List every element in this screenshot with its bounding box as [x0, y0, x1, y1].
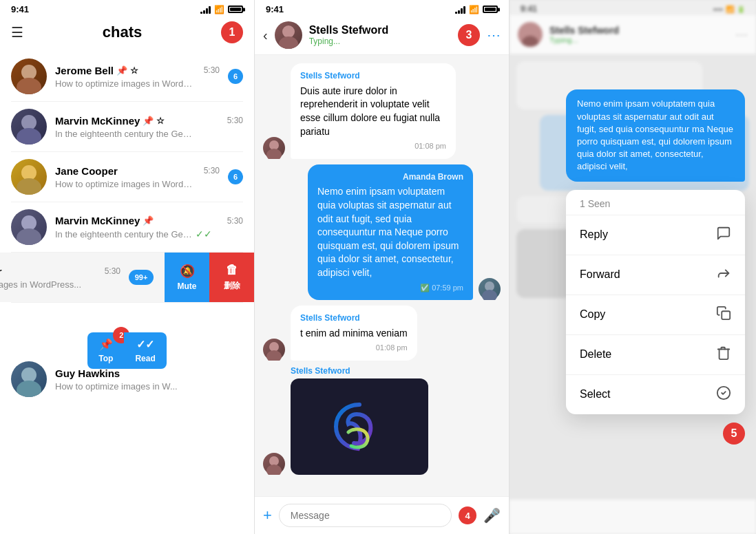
- seen-count: 1 Seen: [566, 190, 745, 215]
- left-panel: 9:41 📶 ☰ chats 1: [0, 0, 255, 534]
- msg-avatar-stells-1: [263, 137, 285, 159]
- message-row-3: Stells Stefword t enim ad minima veniam …: [263, 306, 501, 361]
- chat-header: ‹ Stells Stefword Typing... 3 ⋯: [255, 16, 509, 55]
- chat-preview-jane: How to optimize images in WordPress for.…: [55, 179, 193, 189]
- delete-button[interactable]: 🗑 删除: [209, 253, 254, 302]
- svg-point-0: [21, 65, 36, 80]
- status-icons-left: 📶: [200, 4, 243, 14]
- chat-info-guy: Guy Hawkins How to optimize images in W.…: [55, 367, 243, 392]
- star-icon-marvin1: ☆: [156, 116, 165, 126]
- svg-point-4: [21, 165, 36, 180]
- svg-point-11: [17, 381, 41, 397]
- mute-button[interactable]: 🔕 Mute: [165, 253, 209, 302]
- received-bubble-2: Stells Stefword t enim ad minima veniam …: [291, 306, 417, 361]
- chat-info-jane: Jane Cooper 5:30 How to optimize images …: [55, 165, 220, 189]
- pin-icon-marvin1: 📌: [143, 116, 154, 126]
- status-icons-middle: 📶: [455, 4, 498, 14]
- message-bubble-1: Stells Stefword Duis aute irure dolor in…: [291, 63, 456, 159]
- svg-point-12: [282, 25, 295, 38]
- avatar-marvin2: [11, 209, 47, 245]
- unread-badge-jerome: 6: [228, 69, 243, 84]
- chat-time-jerome: 5:30: [204, 65, 220, 75]
- read-icon: ✓✓: [136, 338, 154, 351]
- chat-preview-jerome: How to optimize images in WordPress for.…: [55, 78, 193, 89]
- right-panel: 9:41 ▪▪▪▪ 📶 🔋 Stells Stefword Typing... …: [510, 0, 756, 534]
- avatar-marvin1: [11, 109, 47, 145]
- badge-5-container: 5: [510, 423, 750, 445]
- unread-badge-cooper: 99+: [129, 270, 154, 285]
- received-bubble-1: Stells Stefword Duis aute irure dolor in…: [291, 63, 456, 159]
- chat-item-marvin1[interactable]: Marvin McKinney 📌 ☆ 5:30 In the eighteen…: [0, 102, 254, 151]
- message-input[interactable]: [279, 504, 452, 527]
- msg-avatar-amanda: [479, 278, 501, 300]
- pin-icon-marvin2: 📌: [143, 215, 154, 226]
- chat-preview-guy: How to optimize images in W...: [55, 381, 193, 392]
- select-icon: [716, 385, 731, 404]
- badge-3: 3: [458, 24, 480, 46]
- context-menu-select[interactable]: Select: [566, 375, 745, 414]
- floating-actions: 📌 Top 2 ✓✓ Read: [0, 332, 254, 369]
- pin-icon-jerome: 📌: [116, 65, 127, 76]
- more-options-icon[interactable]: ⋯: [487, 27, 501, 43]
- svg-point-21: [266, 464, 282, 475]
- chat-input-area: + 4 🎤: [255, 496, 509, 534]
- chat-item-jane[interactable]: Jane Cooper 5:30 How to optimize images …: [0, 152, 254, 202]
- msg-time-1: 01:08 pm: [300, 141, 446, 151]
- svg-point-14: [269, 140, 279, 150]
- msg-sender-1: Stells Stefword: [300, 70, 446, 82]
- status-time-left: 9:41: [11, 4, 29, 14]
- svg-point-17: [482, 290, 497, 300]
- chats-header: ☰ chats 1: [0, 16, 254, 52]
- add-attachment-button[interactable]: +: [263, 506, 272, 524]
- copy-icon: [716, 306, 731, 324]
- context-menu-reply[interactable]: Reply: [566, 215, 745, 255]
- context-menu: 1 Seen Reply Forward: [566, 190, 745, 414]
- msg-text-3: t enim ad minima veniam: [300, 327, 408, 341]
- svg-point-15: [266, 149, 282, 159]
- forward-icon: [716, 266, 731, 284]
- contact-avatar: [275, 21, 302, 49]
- svg-point-13: [279, 36, 298, 49]
- msg-avatar-stells-3: [263, 453, 285, 475]
- avatar-jane: [11, 159, 47, 195]
- avatar-jerome: [11, 58, 47, 94]
- image-message-wrapper: Stells Stefword: [291, 366, 428, 475]
- msg-sender-4: Stells Stefword: [291, 366, 428, 376]
- mute-icon: 🔕: [180, 264, 195, 279]
- signal-icon-mid: [455, 6, 465, 14]
- context-menu-delete[interactable]: Delete: [566, 335, 745, 375]
- context-menu-forward[interactable]: Forward: [566, 255, 745, 295]
- status-bar-left: 9:41 📶: [0, 0, 254, 16]
- status-time-middle: 9:41: [266, 4, 284, 14]
- message-bubble-2-wrapper: Amanda Brown Nemo enim ipsam voluptatem …: [308, 164, 473, 300]
- chat-time-marvin2: 5:30: [227, 216, 243, 226]
- msg-status-icon: ✅: [420, 283, 430, 293]
- chat-time-cooper: 5:30: [105, 266, 120, 276]
- chat-name-marvin1: Marvin McKinney 📌 ☆: [55, 115, 165, 127]
- chat-preview-cooper: imize images in WordPress...: [0, 279, 103, 290]
- badge-5: 5: [723, 423, 745, 445]
- chat-item-jerome[interactable]: Jerome Bell 📌 ☆ 5:30 How to optimize ima…: [0, 52, 254, 101]
- battery-icon-mid: [483, 6, 498, 13]
- chat-preview-marvin1: In the eighteenth century the German phi…: [55, 129, 193, 139]
- contact-status: Typing...: [309, 36, 451, 46]
- message-row-1: Stells Stefword Duis aute irure dolor in…: [263, 63, 501, 159]
- messages-area: Stells Stefword Duis aute irure dolor in…: [255, 55, 509, 496]
- top-button[interactable]: 📌 Top 2: [87, 332, 124, 369]
- voice-input-button[interactable]: 🎤: [483, 507, 501, 524]
- image-message: [291, 378, 428, 475]
- swiped-item-row: Cooper 5:30 imize images in WordPress...…: [0, 253, 254, 302]
- read-button[interactable]: ✓✓ Read: [124, 332, 166, 369]
- context-menu-copy[interactable]: Copy: [566, 295, 745, 335]
- hamburger-icon[interactable]: ☰: [11, 24, 23, 41]
- contact-name: Stells Stefword: [309, 24, 451, 36]
- unread-badge-jane: 6: [228, 169, 243, 184]
- delete-icon: 🗑: [226, 263, 238, 277]
- back-button[interactable]: ‹: [263, 28, 268, 43]
- chat-item-marvin2[interactable]: Marvin McKinney 📌 5:30 In the eighteenth…: [0, 202, 254, 252]
- reply-icon: [716, 226, 731, 244]
- svg-point-7: [17, 228, 41, 245]
- chat-item-cooper[interactable]: Cooper 5:30 imize images in WordPress...…: [0, 253, 165, 302]
- chat-list: Jerome Bell 📌 ☆ 5:30 How to optimize ima…: [0, 52, 254, 534]
- wifi-icon-mid: 📶: [469, 5, 479, 14]
